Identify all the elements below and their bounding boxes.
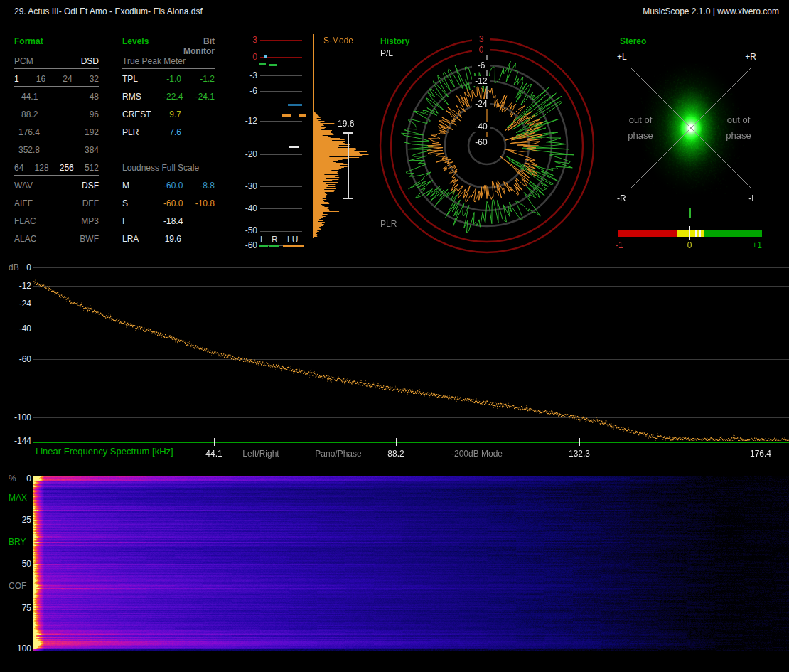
stereo-corner-pr: +R — [739, 52, 756, 62]
correlation-bar-red — [618, 230, 677, 237]
history-ring-label: -12 — [472, 76, 490, 86]
spectrum-y-label: 0 — [7, 262, 31, 272]
spectrum-baseline — [33, 442, 789, 443]
out-of-phase-line1: out of — [724, 114, 753, 125]
meter-gridline — [260, 75, 302, 76]
s-max-value: -10.8 — [183, 198, 215, 208]
tpl-label: TPL — [122, 74, 163, 84]
s-label: S — [122, 198, 163, 208]
format-title: Format — [14, 36, 43, 46]
file-title: 29. Actus III- Odi Et Amo - Exodium- Eis… — [14, 6, 203, 16]
spectrum-x-label: 44.1 — [203, 449, 225, 459]
meter-gridline — [260, 121, 302, 122]
correlation-zero-label: 0 — [685, 240, 694, 250]
meter-tick-label: -40 — [242, 203, 257, 213]
tpl-row: TPL -1.0 -1.2 — [122, 74, 215, 84]
meter-gridline — [260, 40, 302, 41]
plr-row: PLR 7.6 — [122, 127, 215, 137]
spectrogram-y-label: 100 — [10, 644, 31, 654]
meter-gridline — [260, 154, 302, 155]
tpl-left-value: -1.0 — [163, 74, 181, 84]
smode-label[interactable]: S-Mode — [323, 36, 353, 46]
bit-monitor-tab[interactable]: Bit Monitor — [171, 36, 215, 56]
spectrogram-y-label: 50 — [10, 559, 31, 569]
mode-left-right[interactable]: Left/Right — [240, 449, 282, 459]
channel-bar-l — [259, 245, 268, 247]
out-of-phase-line2: phase — [626, 130, 655, 141]
meter-tick-label: 0 — [242, 52, 257, 62]
shortterm-row: S -60.0 -10.8 — [122, 198, 215, 208]
i-label: I — [122, 216, 163, 226]
channel-label-l: L — [260, 235, 265, 245]
i-value: -18.4 — [163, 216, 183, 226]
meter-gridline — [260, 231, 302, 232]
rms-right-value: -24.1 — [183, 92, 215, 102]
out-of-phase-label-left: out of phase — [626, 114, 655, 141]
channel-bar-lu — [283, 245, 304, 247]
lra-range-value: 19.6 — [338, 119, 354, 129]
format-rate-48: 48 — [90, 92, 99, 102]
format-aiff: AIFF — [14, 198, 33, 208]
spectrum-x-label: 132.3 — [567, 449, 592, 459]
spectrum-y-label: -12 — [7, 281, 31, 291]
correlation-min-label: -1 — [616, 240, 623, 250]
format-container-row: AIFF DFF — [14, 198, 99, 208]
format-rate-384: 384 — [85, 145, 99, 155]
correlation-bar-green — [704, 230, 762, 237]
history-ring-label: -40 — [472, 122, 490, 132]
format-container-row: ALAC BWF — [14, 234, 99, 244]
format-rate-176_4: 176.4 — [18, 127, 40, 137]
meter-tick-label: -12 — [242, 116, 257, 126]
format-codec-row: PCM DSD — [14, 56, 99, 66]
shortterm-marker — [282, 114, 291, 117]
spectrogram-max-label: MAX — [9, 493, 27, 503]
peak-hold-right — [269, 64, 277, 66]
stereo-title: Stereo — [620, 36, 646, 46]
format-rate-row: 352.8 384 — [14, 145, 99, 155]
mode-pano-phase[interactable]: Pano/Phase — [313, 449, 363, 459]
crest-row: CREST 9.7 — [122, 110, 215, 119]
format-separator — [14, 68, 99, 69]
crest-value: 9.7 — [163, 110, 181, 119]
format-rate-44_1: 44.1 — [21, 92, 38, 102]
format-bit-16: 16 — [36, 74, 45, 84]
correlation-max-label: +1 — [746, 240, 762, 250]
app-brand: MusicScope 2.1.0 | www.xivero.com — [643, 6, 779, 16]
meter-tick-label: -20 — [242, 149, 257, 159]
spectrum-x-tick — [761, 438, 761, 446]
spectrogram-y-label: 25 — [10, 515, 31, 525]
spectrum-y-label: -100 — [7, 412, 31, 422]
stereo-corner-pl: +L — [617, 52, 627, 62]
levels-title: Levels — [122, 36, 149, 46]
history-plr-label: PLR — [380, 219, 397, 229]
history-title: History — [380, 36, 409, 46]
lra-range-cap-top — [343, 132, 353, 134]
lra-label: LRA — [122, 234, 163, 244]
lra-range-cap-bottom — [343, 198, 353, 199]
rms-label: RMS — [122, 92, 163, 102]
format-separator — [14, 86, 99, 87]
channel-label-lu: LU — [287, 235, 298, 245]
out-of-phase-line2: phase — [724, 130, 753, 141]
meter-tick-label: -60 — [242, 240, 257, 250]
history-ring-label: 0 — [472, 45, 490, 55]
spectrum-x-label: 88.2 — [385, 449, 407, 459]
integrated-row: I -18.4 — [122, 216, 215, 226]
format-wav: WAV — [14, 181, 33, 191]
format-container-row: FLAC MP3 — [14, 216, 99, 226]
format-pcm: PCM — [14, 56, 33, 66]
truepeak-marker — [264, 55, 267, 58]
spectrum-y-label: -24 — [7, 299, 31, 309]
spectrum-x-label: 176.4 — [748, 449, 773, 459]
spectrum-y-label: -40 — [7, 324, 31, 334]
history-ring-label: 3 — [472, 34, 490, 44]
format-dff: DFF — [82, 198, 99, 208]
format-mp3: MP3 — [81, 216, 99, 226]
format-bit-1: 1 — [14, 74, 19, 84]
format-rate-96: 96 — [90, 110, 99, 119]
spectrum-canvas — [33, 265, 789, 441]
mode-200db[interactable]: -200dB Mode — [449, 449, 505, 459]
format-rate-row: 176.4 192 — [14, 127, 99, 137]
format-dsf: DSF — [82, 181, 99, 191]
history-ring-label: -60 — [472, 137, 490, 147]
